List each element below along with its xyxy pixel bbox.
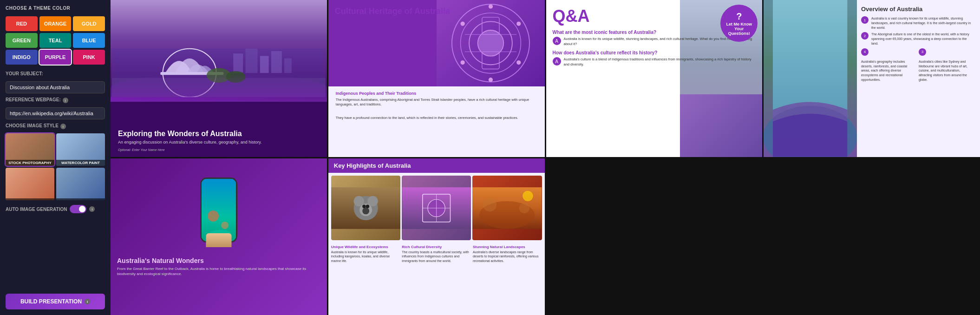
slide-2[interactable]: Cultural Heritage of Australia Indigenou… (328, 0, 545, 157)
style-3-label (6, 198, 54, 200)
slide-2-body2: They have a profound connection to the l… (336, 116, 537, 121)
style-watercolor-label: WATERCOLOR PAINT (56, 160, 105, 166)
slide-5-phone-area (111, 158, 327, 253)
slide-5-text: From the Great Barrier Reef to the Outba… (117, 266, 320, 276)
color-teal[interactable]: TEAL (39, 33, 72, 48)
slide-3[interactable]: ? Let Me Know Your Questions! Q&A What a… (546, 0, 763, 157)
slide-3-a2-text: Australia's culture is a blend of Indige… (564, 57, 756, 67)
slide-6-text-grid: Unique Wildlife and Ecosystems Australia… (328, 243, 545, 266)
slide-3-a2-avatar: A (553, 57, 561, 66)
slide-1-text-area: Exploring the Wonders of Australia An en… (111, 125, 327, 157)
style-4[interactable] (56, 168, 105, 200)
slide-3-a1-avatar: A (553, 37, 561, 45)
slide-4-landscape-svg (764, 0, 856, 157)
slide-3-a2-row: A Australia's culture is a blend of Indi… (553, 57, 756, 67)
landscape-svg (472, 176, 542, 241)
slide-6-h3: Stunning Natural Landscapes (473, 245, 542, 249)
slides-area: Exploring the Wonders of Australia An en… (111, 0, 980, 315)
slide-3-question-bubble: ? Let Me Know Your Questions! (720, 5, 758, 42)
style-stock-photography[interactable]: STOCK PHOTOGRAPHY (6, 133, 54, 166)
svg-point-46 (483, 197, 497, 211)
image-style-row: CHOOSE IMAGE STYLE i (6, 123, 105, 130)
slide-5-text-area: Australia's Natural Wonders From the Gre… (111, 252, 327, 281)
auto-image-info-icon[interactable]: i (89, 206, 95, 212)
slide-5-phone-screen (202, 179, 236, 241)
svg-point-37 (362, 204, 366, 208)
slide-1-subtitle: An engaging discussion on Australia's di… (118, 140, 320, 144)
slide-6-t3: Australia's diverse landscapes range fro… (473, 250, 542, 262)
theme-color-label: CHOOSE A THEME COLOR (6, 6, 105, 11)
slide-3-question-mark: ? (736, 11, 742, 22)
svg-point-48 (523, 190, 533, 201)
svg-point-17 (516, 60, 521, 65)
style-4-label (56, 198, 105, 200)
image-style-info-icon[interactable]: i (60, 124, 66, 129)
svg-point-38 (366, 204, 369, 208)
slide-2-pattern (437, 0, 545, 86)
slide-5[interactable]: Australia's Natural Wonders From the Gre… (111, 158, 327, 315)
slide-2-body1: The Indigenous Australians, comprising A… (336, 98, 537, 107)
color-gold[interactable]: GOLD (73, 16, 105, 31)
color-pink[interactable]: PINK (73, 50, 105, 65)
slide-4-text-1: Australia is a vast country known for it… (871, 16, 973, 30)
color-indigo[interactable]: INDIGO (6, 50, 38, 65)
slide-4-bg-image (764, 0, 856, 157)
slide-6-img-2 (402, 176, 471, 241)
svg-point-36 (362, 207, 369, 214)
svg-point-18 (488, 78, 492, 82)
svg-rect-6 (260, 56, 269, 73)
slide-3-a1-text: Australia is known for its unique wildli… (564, 37, 756, 46)
slide-6-h2: Rich Cultural Diversity (402, 245, 471, 249)
slide-5-hand (206, 233, 231, 247)
slide-6[interactable]: Key Highlights of Australia (328, 158, 545, 315)
style-3[interactable] (6, 168, 54, 200)
reference-label: REFERENCE WEBPAGE: (6, 97, 61, 102)
slide-6-h1: Unique Wildlife and Ecosystems (331, 245, 400, 249)
svg-point-16 (516, 21, 521, 26)
slide-6-t2: The country boasts a multicultural socie… (402, 250, 471, 262)
slide-2-title-area: Cultural Heritage of Australia (335, 7, 450, 17)
slide-5-title: Australia's Natural Wonders (117, 257, 320, 264)
slide-1-optional: Optional: Enter Your Name Here (118, 148, 320, 151)
left-panel: CHOOSE A THEME COLOR RED ORANGE GOLD GRE… (0, 0, 111, 315)
slide-4-item-3: 3 Australia's cities like Sydney and Mel… (919, 48, 973, 82)
slide-4[interactable]: Overview of Australia 1 Australia is a v… (764, 0, 980, 157)
reference-info-icon[interactable]: i (63, 98, 68, 103)
slide-1[interactable]: Exploring the Wonders of Australia An en… (111, 0, 327, 157)
slide-6-item-3: Stunning Natural Landscapes Australia's … (473, 245, 542, 262)
slide-3-land-bg (680, 94, 762, 157)
color-green[interactable]: GREEN (6, 33, 38, 48)
build-btn-label: BUILD PRESENTATION (20, 298, 82, 305)
build-info-icon[interactable]: i (85, 299, 90, 304)
svg-point-20 (460, 21, 464, 26)
slide-4-num-3: 3 (919, 48, 926, 56)
color-red[interactable]: RED (6, 16, 38, 31)
subject-input[interactable] (6, 81, 105, 93)
build-presentation-button[interactable]: BUILD PRESENTATION i (6, 294, 105, 309)
color-purple[interactable]: PURPLE (39, 50, 72, 65)
slide-2-bottom: Indigenous Peoples and Their Traditions … (328, 86, 545, 157)
subject-label: YOUR SUBJECT: (6, 71, 105, 76)
style-watercolor-paint[interactable]: WATERCOLOR PAINT (56, 133, 105, 166)
koala-svg (331, 176, 400, 241)
slide-2-title: Cultural Heritage of Australia (335, 7, 450, 17)
image-style-grid: STOCK PHOTOGRAPHY WATERCOLOR PAINT (6, 133, 105, 200)
slide-6-item-2: Rich Cultural Diversity The country boas… (402, 245, 471, 262)
svg-rect-7 (271, 51, 282, 73)
color-blue[interactable]: BLUE (73, 33, 105, 48)
slide-2-top: Cultural Heritage of Australia (328, 0, 545, 86)
slide-4-num-2: 2 (861, 32, 869, 39)
slide-6-images (328, 173, 545, 243)
svg-point-15 (488, 4, 492, 8)
reference-row: REFERENCE WEBPAGE: i (6, 97, 105, 104)
svg-point-14 (477, 30, 503, 56)
svg-rect-5 (245, 49, 257, 73)
reference-input[interactable] (6, 107, 105, 119)
image-style-label: CHOOSE IMAGE STYLE (6, 123, 59, 128)
slide-6-img-1 (331, 176, 400, 241)
slide-4-text-2: The Aboriginal culture is one of the old… (871, 32, 973, 46)
svg-point-29 (221, 222, 229, 229)
auto-image-toggle[interactable] (70, 205, 86, 213)
slide-6-header: Key Highlights of Australia (328, 158, 545, 173)
color-orange[interactable]: ORANGE (39, 16, 72, 31)
